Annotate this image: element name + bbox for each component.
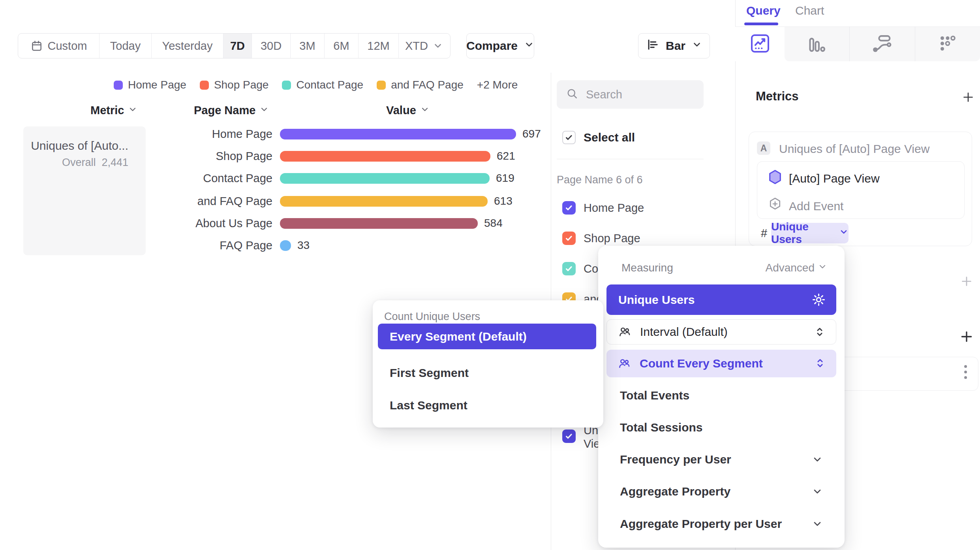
plus-icon (959, 339, 974, 346)
compare-button[interactable]: Compare (466, 33, 534, 58)
legend-item[interactable]: Shop Page (200, 79, 269, 91)
measuring-popover: Measuring Advanced Unique Users Interval… (598, 246, 845, 548)
segment-checkbox-item-2[interactable] (562, 262, 576, 275)
dropdown-option-first-segment[interactable]: First Segment (390, 366, 469, 380)
tab-chart[interactable]: Chart (795, 4, 824, 17)
segment-group-label: Page Name 6 of 6 (557, 174, 643, 186)
metric-card-overall: Overall 2,441 (62, 156, 128, 169)
measure-prefix: # (761, 227, 767, 240)
metric-card[interactable]: A Uniques of [Auto] Page View [Auto] Pag… (749, 132, 972, 246)
column-header-metric[interactable]: Metric (90, 104, 137, 117)
bar-segment[interactable] (280, 240, 291, 251)
measuring-title: Measuring (621, 262, 673, 274)
column-header-page-name[interactable]: Page Name (194, 104, 269, 117)
bar-segment[interactable] (280, 196, 488, 207)
people-icon (618, 325, 631, 339)
range-btn-custom[interactable]: Custom (18, 34, 100, 58)
range-label: Today (110, 40, 141, 53)
range-btn-xtd[interactable]: XTD (399, 34, 449, 58)
segment-checkbox-item-1[interactable] (562, 232, 576, 245)
interval-row[interactable]: Interval (Default) (606, 319, 836, 345)
chart-type-button[interactable]: Bar (638, 33, 710, 58)
metric-card-title: Uniques of [Auto... (31, 139, 128, 153)
range-btn-3m[interactable]: 3M (291, 34, 325, 58)
segments-divider (557, 159, 704, 159)
range-btn-12m[interactable]: 12M (359, 34, 399, 58)
gear-icon[interactable] (811, 292, 826, 309)
add-metric-button[interactable] (961, 90, 975, 106)
range-label: 3M (299, 40, 315, 53)
bar-segment[interactable] (280, 218, 478, 229)
range-btn-30d[interactable]: 30D (252, 34, 291, 58)
legend-item[interactable]: Contact Page (282, 79, 363, 91)
tab-retention[interactable] (915, 27, 980, 61)
bar-row-label: Home Page (150, 127, 272, 141)
dropdown-option-last-segment[interactable]: Last Segment (390, 398, 467, 412)
legend-item[interactable]: Home Page (114, 79, 186, 91)
event-hexagon-icon (767, 169, 783, 187)
chart-type-label: Bar (666, 39, 685, 53)
count-every-segment-row[interactable]: Count Every Segment (606, 350, 836, 377)
value-header-label: Value (386, 104, 416, 117)
legend-label: Shop Page (214, 79, 269, 91)
measuring-option-aggregate-property-per-user[interactable]: Aggregate Property per User (620, 517, 782, 531)
bar-value-label: 621 (497, 149, 515, 163)
measuring-option-total-sessions[interactable]: Total Sessions (620, 420, 703, 435)
range-btn-today[interactable]: Today (100, 34, 152, 58)
range-btn-yesterday[interactable]: Yesterday (152, 34, 223, 58)
measuring-option-frequency-per-user[interactable]: Frequency per User (620, 452, 731, 467)
measure-chip-label: Unique Users (771, 220, 835, 246)
retention-grid-icon (937, 33, 958, 56)
measuring-option-aggregate-property[interactable]: Aggregate Property (620, 484, 730, 499)
search-input[interactable] (585, 88, 685, 102)
add-breakdown-button[interactable] (959, 329, 974, 346)
tab-bar-chart[interactable] (785, 27, 849, 61)
legend-item[interactable]: and FAQ Page (377, 79, 464, 91)
bar-segment[interactable] (280, 129, 516, 139)
bar-segment[interactable] (280, 151, 490, 162)
advanced-label: Advanced (765, 262, 815, 274)
segment-checkbox-item-0[interactable] (562, 201, 576, 215)
metric-header-label: Metric (90, 104, 124, 117)
tab-flows[interactable] (849, 27, 914, 61)
select-all-label: Select all (584, 131, 635, 144)
metrics-section-title: Metrics (756, 89, 799, 104)
page-name-header-label: Page Name (194, 104, 255, 117)
insights-chart-icon (749, 32, 771, 56)
legend-more[interactable]: +2 More (477, 79, 518, 91)
count-dropdown-title: Count Unique Users (384, 311, 480, 323)
range-btn-6m[interactable]: 6M (325, 34, 359, 58)
measure-chip[interactable]: Unique Users (771, 223, 849, 243)
column-header-value[interactable]: Value (386, 104, 430, 117)
range-btn-7d[interactable]: 7D (223, 34, 252, 58)
bar-row-label: Contact Page (150, 171, 272, 185)
active-tab-indicator (744, 23, 778, 25)
sort-updown-icon (813, 325, 826, 340)
chevron-down-icon (839, 227, 849, 239)
bar-row-label: FAQ Page (150, 238, 272, 252)
range-label: Yesterday (162, 40, 213, 53)
metric-summary-card[interactable]: Uniques of [Auto... Overall 2,441 (23, 126, 146, 255)
count-unique-users-popover: Count Unique Users Every Segment (Defaul… (373, 300, 603, 428)
dropdown-option-label: Every Segment (Default) (390, 330, 527, 343)
legend-label: Home Page (128, 79, 186, 91)
legend-swatch (200, 81, 209, 90)
dropdown-option-selected[interactable]: Every Segment (Default) (378, 324, 596, 349)
measuring-option-total-events[interactable]: Total Events (620, 388, 689, 403)
kebab-menu-icon[interactable] (964, 365, 967, 379)
select-all-checkbox[interactable] (562, 131, 576, 144)
tab-query[interactable]: Query (746, 4, 781, 17)
event-name[interactable]: [Auto] Page View (789, 172, 880, 185)
segment-label-item-0: Home Page (584, 201, 644, 215)
count-every-segment-label: Count Every Segment (640, 357, 763, 370)
advanced-dropdown[interactable]: Advanced (765, 262, 827, 274)
bar-segment[interactable] (280, 173, 490, 184)
add-filter-button[interactable] (959, 274, 974, 290)
chevron-down-icon (433, 41, 443, 51)
tab-insights[interactable] (735, 27, 785, 61)
measuring-option-unique-users[interactable]: Unique Users (606, 284, 836, 315)
range-label: XTD (405, 40, 428, 53)
add-event-label[interactable]: Add Event (789, 200, 843, 213)
segment-checkbox-series[interactable] (562, 429, 576, 443)
segment-search[interactable] (557, 80, 704, 109)
